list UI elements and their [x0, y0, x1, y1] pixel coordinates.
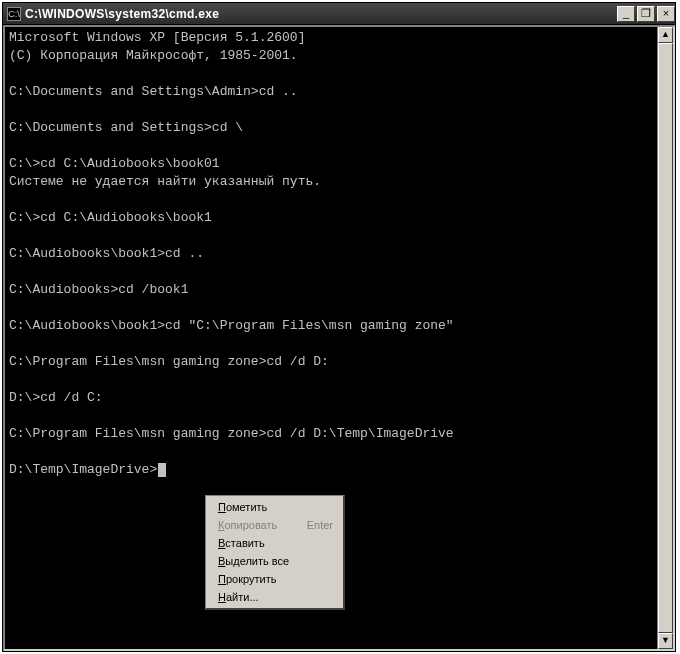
menu-item-label: Прокрутить — [218, 573, 276, 585]
titlebar[interactable]: C:\ C:\WINDOWS\system32\cmd.exe _ ❐ × — [3, 3, 675, 25]
menu-item-4[interactable]: Прокрутить — [208, 570, 341, 588]
menu-item-label: Найти... — [218, 591, 259, 603]
app-icon[interactable]: C:\ — [7, 7, 21, 21]
menu-item-label: Пометить — [218, 501, 267, 513]
minimize-button[interactable]: _ — [617, 6, 635, 22]
menu-item-label: Вставить — [218, 537, 265, 549]
menu-item-3[interactable]: Выделить все — [208, 552, 341, 570]
window-title: C:\WINDOWS\system32\cmd.exe — [25, 7, 615, 21]
close-button[interactable]: × — [657, 6, 675, 22]
menu-item-1: КопироватьEnter — [208, 516, 341, 534]
scroll-thumb[interactable] — [658, 43, 673, 633]
menu-item-label: Копировать — [218, 519, 277, 531]
menu-item-5[interactable]: Найти... — [208, 588, 341, 606]
menu-item-2[interactable]: Вставить — [208, 534, 341, 552]
vertical-scrollbar[interactable]: ▲ ▼ — [657, 27, 673, 649]
scroll-track[interactable] — [658, 43, 673, 633]
menu-item-0[interactable]: Пометить — [208, 498, 341, 516]
menu-item-label: Выделить все — [218, 555, 289, 567]
cursor — [158, 463, 166, 477]
context-menu[interactable]: ПометитьКопироватьEnterВставитьВыделить … — [205, 495, 345, 610]
menu-item-accel: Enter — [307, 519, 333, 531]
scroll-up-button[interactable]: ▲ — [658, 27, 673, 43]
scroll-down-button[interactable]: ▼ — [658, 633, 673, 649]
maximize-button[interactable]: ❐ — [637, 6, 655, 22]
